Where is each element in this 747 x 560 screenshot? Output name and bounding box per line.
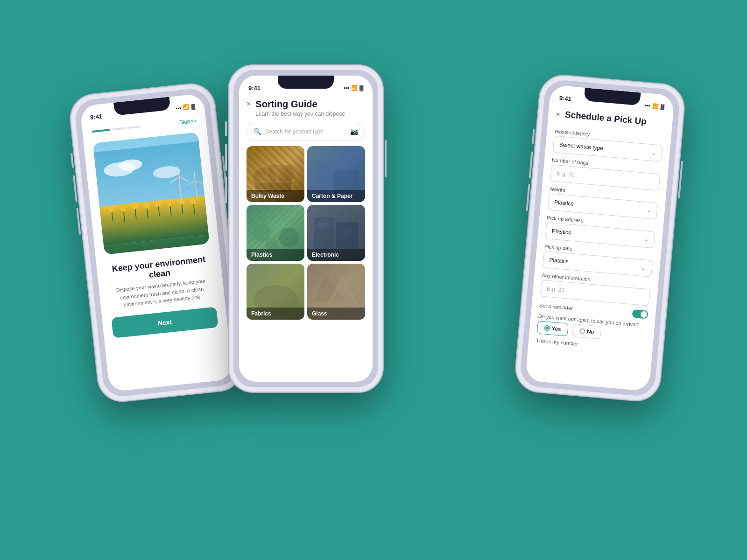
- camera-icon[interactable]: 📷: [350, 128, 358, 135]
- svg-point-40: [279, 228, 299, 247]
- skip-button[interactable]: Skip>>: [179, 118, 197, 126]
- category-label-plastics: Plastics: [247, 249, 304, 261]
- hero-svg: [93, 132, 210, 254]
- volume-up-button[interactable]: [225, 121, 227, 136]
- sorting-subtitle: Learn the best way you can dispose: [255, 111, 365, 117]
- svg-point-39: [271, 217, 284, 231]
- time-display: 9:41: [559, 94, 571, 102]
- category-label-glass: Glass: [307, 308, 365, 320]
- status-icons: ▪▪▪ 📶 ▓: [344, 85, 363, 91]
- radio-dot-no: [579, 328, 585, 334]
- progress-seg-1: [92, 129, 110, 133]
- weight-value: Plastics: [554, 199, 574, 207]
- volume-up-button[interactable]: [532, 129, 535, 144]
- waste-category-value: Select waste type: [559, 141, 604, 152]
- no-label: No: [586, 328, 594, 335]
- battery-icon: ▓: [191, 104, 195, 110]
- progress-seg-2: [112, 127, 125, 131]
- onboarding-hero-image: [93, 132, 210, 254]
- radio-no[interactable]: No: [572, 324, 602, 339]
- progress-seg-3: [127, 126, 140, 129]
- volume-down-button[interactable]: [73, 175, 78, 203]
- search-bar[interactable]: 🔍 Search for product type 📷: [247, 123, 365, 140]
- category-label-carton: Carton & Paper: [307, 190, 365, 202]
- category-fabrics[interactable]: Fabrics: [247, 264, 304, 320]
- status-icons: ▪▪▪ 📶 ▓: [176, 103, 196, 111]
- svg-point-45: [343, 226, 352, 235]
- category-electronic[interactable]: Electronic: [307, 205, 365, 261]
- category-grid: Bulky Waste Carton & Paper: [239, 146, 373, 320]
- notch: [278, 76, 334, 89]
- wifi-icon: 📶: [183, 104, 190, 111]
- time-display: 9:41: [90, 112, 102, 121]
- reminder-label: Set a reminder: [539, 302, 573, 311]
- battery-icon: ▓: [660, 104, 664, 110]
- next-button[interactable]: Next: [111, 307, 218, 338]
- onboarding-screen: 9:41 ▪▪▪ 📶 ▓ Skip>>: [80, 93, 233, 392]
- phone-mid: 9:41 ▪▪▪ 📶 ▓ × Sorting Guide Learn the b…: [229, 65, 383, 392]
- category-glass[interactable]: Glass: [307, 264, 365, 320]
- svg-rect-44: [318, 222, 330, 228]
- scene: 9:41 ▪▪▪ 📶 ▓ Skip>>: [47, 23, 700, 537]
- sorting-title: Sorting Guide: [255, 99, 365, 110]
- signal-icon: ▪▪▪: [344, 85, 349, 91]
- reminder-toggle[interactable]: [632, 309, 648, 319]
- chevron-down-icon: ⌄: [641, 265, 646, 272]
- chevron-down-icon: ⌄: [646, 207, 651, 214]
- category-bulky-waste[interactable]: Bulky Waste: [247, 146, 304, 202]
- chevron-down-icon: ⌄: [644, 236, 649, 243]
- svg-rect-37: [321, 156, 338, 161]
- power-button[interactable]: [678, 161, 683, 198]
- progress-bar: [92, 126, 140, 133]
- silent-button[interactable]: [76, 208, 81, 235]
- radio-dot-yes: [544, 325, 550, 331]
- volume-down-button[interactable]: [529, 151, 533, 178]
- power-button[interactable]: [385, 140, 387, 177]
- search-icon: 🔍: [254, 128, 261, 135]
- category-label-bulky: Bulky Waste: [247, 190, 304, 202]
- volume-down-button[interactable]: [225, 144, 227, 171]
- signal-icon: ▪▪▪: [645, 102, 651, 108]
- search-input[interactable]: Search for product type: [265, 128, 346, 135]
- sorting-screen: 9:41 ▪▪▪ 📶 ▓ × Sorting Guide Learn the b…: [239, 76, 373, 382]
- wifi-icon: 📶: [351, 85, 358, 91]
- category-carton[interactable]: Carton & Paper: [307, 146, 365, 202]
- radio-yes[interactable]: Yes: [537, 321, 569, 336]
- status-icons: ▪▪▪ 📶 ▓: [645, 102, 665, 110]
- close-button[interactable]: ×: [247, 100, 251, 108]
- category-label-electronic: Electronic: [307, 249, 365, 261]
- phone-right: 9:41 ▪▪▪ 📶 ▓ × Schedule a Pick Up Waste …: [514, 74, 686, 402]
- category-label-fabrics: Fabrics: [247, 308, 304, 320]
- svg-point-33: [279, 166, 295, 182]
- wifi-icon: 📶: [652, 103, 659, 109]
- schedule-form: Waste category Select waste type ⌄ Numbe…: [525, 123, 671, 391]
- silent-button[interactable]: [225, 176, 227, 203]
- schedule-screen: 9:41 ▪▪▪ 📶 ▓ × Schedule a Pick Up Waste …: [525, 85, 675, 392]
- pickup-date-value: Plastics: [549, 257, 569, 265]
- time-display: 9:41: [248, 84, 261, 91]
- signal-icon: ▪▪▪: [176, 105, 182, 111]
- pickup-address-value: Plastics: [551, 228, 571, 236]
- volume-up-button[interactable]: [70, 153, 74, 168]
- close-button[interactable]: ×: [556, 110, 561, 119]
- phone-left: 9:41 ▪▪▪ 📶 ▓ Skip>>: [68, 82, 244, 404]
- category-plastics[interactable]: Plastics: [247, 205, 304, 261]
- yes-label: Yes: [551, 325, 561, 333]
- battery-icon: ▓: [359, 85, 363, 91]
- silent-button[interactable]: [526, 184, 530, 211]
- chevron-down-icon: ⌄: [651, 149, 656, 156]
